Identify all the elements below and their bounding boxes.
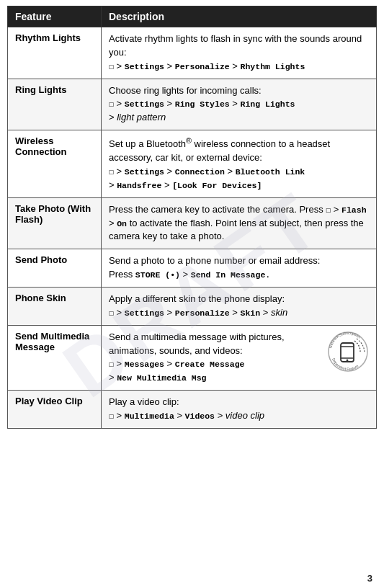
path-text: Bluetooth Link — [236, 167, 305, 177]
menu-icon: ☐ — [109, 411, 114, 421]
path-text: On — [117, 219, 127, 228]
feature-cell: Take Photo (With Flash) — [8, 197, 102, 249]
table-row: Phone Skin Apply a different skin to the… — [8, 287, 377, 325]
features-table: Feature Description Rhythm Lights Activa… — [7, 6, 377, 429]
path-text: Handsfree — [117, 181, 161, 190]
network-badge: Network/Subscription Dependent Feature — [327, 331, 369, 373]
feature-cell: Ring Lights — [8, 79, 102, 130]
svg-text:Dependent Feature: Dependent Feature — [331, 357, 359, 371]
menu-icon: ☐ — [109, 99, 114, 109]
path-text: Create Message — [175, 360, 245, 369]
menu-icon: ☐ — [109, 62, 114, 71]
path-text: Flash — [341, 205, 367, 215]
menu-icon: ☐ — [109, 360, 114, 369]
table-row: Send Photo Send a photo to a phone numbe… — [8, 249, 377, 288]
path-text: Multimedia — [125, 411, 174, 421]
path-text: [Look For Devices] — [172, 181, 262, 190]
path-text: Ring Lights — [241, 99, 295, 109]
svg-text:Network/Subscription: Network/Subscription — [328, 331, 361, 349]
table-row: Wireless Connection Set up a Bluetooth® … — [8, 130, 377, 198]
path-text: Rhythm Lights — [241, 62, 305, 71]
feature-cell: Play Video Clip — [8, 391, 102, 429]
page-number: 3 — [367, 573, 372, 584]
path-text: Ring Styles — [175, 99, 230, 109]
table-row: Send Multimedia Message — [8, 325, 377, 390]
feature-cell: Phone Skin — [8, 287, 102, 325]
path-text: Send In Message. — [191, 270, 270, 280]
menu-icon: ☐ — [109, 167, 114, 177]
path-text: Skin — [241, 308, 261, 318]
desc-cell: Apply a different skin to the phone disp… — [102, 287, 377, 325]
header-feature: Feature — [8, 6, 102, 27]
path-text: Personalize — [175, 308, 230, 318]
feature-cell: Send Photo — [8, 249, 102, 288]
table-row: Take Photo (With Flash) Press the camera… — [8, 197, 377, 249]
table-row: Ring Lights Choose ring lights for incom… — [8, 79, 377, 130]
table-row: Play Video Clip Play a video clip: ☐ > M… — [8, 391, 377, 429]
desc-cell: Press the camera key to activate the cam… — [102, 197, 377, 249]
path-text: STORE (•) — [135, 270, 180, 280]
feature-cell: Send Multimedia Message — [8, 325, 102, 390]
path-text: Personalize — [175, 62, 230, 71]
path-text: Settings — [125, 167, 164, 177]
path-text-italic: light pattern — [117, 112, 166, 122]
path-text-italic: skin — [271, 307, 287, 318]
svg-point-4 — [347, 359, 349, 361]
feature-cell: Wireless Connection — [8, 130, 102, 198]
table-row: Rhythm Lights Activate rhythm lights to … — [8, 27, 377, 79]
svg-rect-1 — [341, 343, 354, 362]
header-description: Description — [102, 6, 377, 27]
desc-cell: Send a photo to a phone number or email … — [102, 249, 377, 288]
path-text-italic: video clip — [226, 410, 264, 421]
path-text: Connection — [175, 167, 225, 177]
desc-cell: Activate rhythm lights to flash in sync … — [102, 27, 377, 79]
desc-cell: Choose ring lights for incoming calls: ☐… — [102, 79, 377, 130]
path-text: Settings — [125, 62, 164, 71]
feature-cell: Rhythm Lights — [8, 27, 102, 79]
path-text: Settings — [125, 308, 164, 318]
desc-cell: Network/Subscription Dependent Feature S… — [102, 325, 377, 390]
menu-icon: ☐ — [326, 205, 331, 215]
desc-cell: Set up a Bluetooth® wireless connection … — [102, 130, 377, 198]
path-text: Messages — [125, 360, 164, 369]
path-text: Videos — [185, 411, 215, 421]
menu-icon: ☐ — [109, 308, 114, 318]
path-text: Settings — [125, 99, 164, 109]
path-text: New Multimedia Msg — [117, 373, 206, 383]
desc-cell: Play a video clip: ☐ > Multimedia > Vide… — [102, 391, 377, 429]
